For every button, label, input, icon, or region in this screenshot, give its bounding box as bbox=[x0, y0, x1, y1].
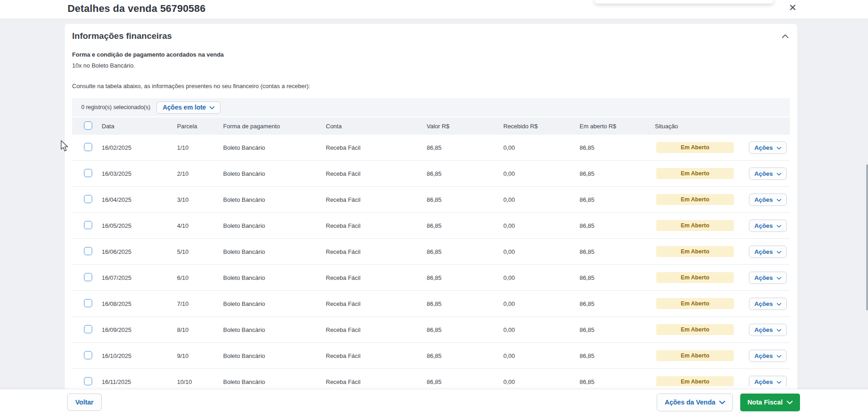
row-checkbox[interactable] bbox=[84, 273, 92, 281]
status-badge: Em Aberto bbox=[656, 194, 734, 205]
cell-open: 86,85 bbox=[574, 326, 649, 333]
row-actions-button[interactable]: Ações bbox=[749, 350, 787, 362]
cell-installment: 10/10 bbox=[171, 378, 217, 385]
row-checkbox[interactable] bbox=[84, 169, 92, 177]
chevron-down-icon bbox=[787, 399, 793, 406]
chevron-down-icon bbox=[777, 144, 781, 151]
row-actions-button[interactable]: Ações bbox=[749, 142, 787, 154]
row-checkbox[interactable] bbox=[84, 377, 92, 385]
sale-actions-label: Ações da Venda bbox=[664, 399, 715, 406]
cell-received: 0,00 bbox=[497, 274, 574, 281]
back-button-label: Voltar bbox=[75, 399, 94, 406]
chevron-down-icon bbox=[777, 352, 781, 359]
financial-info-card: Informações financeiras Forma e condição… bbox=[65, 24, 797, 415]
table-row: 16/05/2025 4/10 Boleto Bancário Receba F… bbox=[72, 213, 790, 239]
cell-date: 16/03/2025 bbox=[96, 170, 171, 177]
sale-actions-button[interactable]: Ações da Venda bbox=[657, 394, 732, 411]
table-toolbar: 0 registro(s) selecionado(s) Ações em lo… bbox=[72, 98, 790, 116]
row-actions-button[interactable]: Ações bbox=[749, 246, 787, 258]
cell-date: 16/04/2025 bbox=[96, 196, 171, 203]
cell-account: Receba Fácil bbox=[320, 222, 421, 229]
cell-date: 16/07/2025 bbox=[96, 274, 171, 281]
table-header-row: Data Parcela Forma de pagamento Conta Va… bbox=[72, 117, 790, 135]
cutoff-popup bbox=[595, 0, 774, 4]
cell-installment: 4/10 bbox=[171, 222, 217, 229]
footer-actions: Ações da Venda Nota Fiscal bbox=[657, 394, 800, 411]
cell-payment-method: Boleto Bancário bbox=[217, 300, 320, 307]
column-header-recebido: Recebido R$ bbox=[497, 123, 574, 130]
chevron-up-icon[interactable] bbox=[780, 31, 790, 41]
table-row: 16/06/2025 5/10 Boleto Bancário Receba F… bbox=[72, 239, 790, 265]
cell-installment: 8/10 bbox=[171, 326, 217, 333]
status-badge: Em Aberto bbox=[656, 272, 734, 283]
row-checkbox[interactable] bbox=[84, 325, 92, 333]
cell-received: 0,00 bbox=[497, 248, 574, 255]
row-checkbox[interactable] bbox=[84, 221, 92, 229]
chevron-down-icon bbox=[777, 222, 781, 229]
chevron-down-icon bbox=[777, 274, 781, 281]
row-checkbox[interactable] bbox=[84, 299, 92, 307]
row-actions-button[interactable]: Ações bbox=[749, 298, 787, 310]
cell-payment-method: Boleto Bancário bbox=[217, 144, 320, 151]
batch-actions-button[interactable]: Ações em lote bbox=[157, 101, 220, 114]
table-row: 16/07/2025 6/10 Boleto Bancário Receba F… bbox=[72, 265, 790, 291]
cell-date: 16/10/2025 bbox=[96, 352, 171, 359]
cell-installment: 9/10 bbox=[171, 352, 217, 359]
column-header-conta: Conta bbox=[320, 123, 421, 130]
table-row: 16/10/2025 9/10 Boleto Bancário Receba F… bbox=[72, 343, 790, 369]
row-checkbox[interactable] bbox=[84, 351, 92, 359]
chevron-down-icon bbox=[209, 104, 214, 111]
cell-account: Receba Fácil bbox=[320, 170, 421, 177]
row-actions-label: Ações bbox=[754, 326, 773, 333]
row-actions-button[interactable]: Ações bbox=[749, 272, 787, 284]
vertical-scrollbar[interactable] bbox=[866, 164, 868, 310]
column-header-valor: Valor R$ bbox=[421, 123, 497, 130]
status-badge: Em Aberto bbox=[656, 324, 734, 335]
back-button[interactable]: Voltar bbox=[67, 394, 102, 411]
cell-value: 86,85 bbox=[421, 222, 497, 229]
row-actions-label: Ações bbox=[754, 378, 773, 385]
cell-account: Receba Fácil bbox=[320, 300, 421, 307]
row-checkbox[interactable] bbox=[84, 143, 92, 151]
row-actions-button[interactable]: Ações bbox=[749, 168, 787, 180]
modal-footer: Voltar Ações da Venda Nota Fiscal bbox=[0, 389, 868, 415]
table-row: 16/08/2025 7/10 Boleto Bancário Receba F… bbox=[72, 291, 790, 317]
cell-installment: 1/10 bbox=[171, 144, 217, 151]
status-badge: Em Aberto bbox=[656, 220, 734, 231]
cell-installment: 3/10 bbox=[171, 196, 217, 203]
row-checkbox[interactable] bbox=[84, 195, 92, 203]
cell-open: 86,85 bbox=[574, 352, 649, 359]
cell-value: 86,85 bbox=[421, 378, 497, 385]
cell-payment-method: Boleto Bancário bbox=[217, 378, 320, 385]
row-actions-label: Ações bbox=[754, 274, 773, 281]
close-icon[interactable]: ✕ bbox=[786, 1, 800, 15]
table-hint-text: Consulte na tabela abaixo, as informaçõe… bbox=[72, 83, 790, 89]
cell-account: Receba Fácil bbox=[320, 274, 421, 281]
row-actions-label: Ações bbox=[754, 170, 773, 177]
cell-received: 0,00 bbox=[497, 144, 574, 151]
cell-account: Receba Fácil bbox=[320, 378, 421, 385]
cell-account: Receba Fácil bbox=[320, 196, 421, 203]
cell-open: 86,85 bbox=[574, 274, 649, 281]
row-checkbox[interactable] bbox=[84, 247, 92, 255]
select-all-checkbox[interactable] bbox=[84, 121, 92, 130]
cell-installment: 7/10 bbox=[171, 300, 217, 307]
cell-date: 16/02/2025 bbox=[96, 144, 171, 151]
cell-received: 0,00 bbox=[497, 170, 574, 177]
invoice-button[interactable]: Nota Fiscal bbox=[740, 394, 800, 411]
row-actions-button[interactable]: Ações bbox=[749, 324, 787, 336]
cell-value: 86,85 bbox=[421, 274, 497, 281]
table-row: 16/04/2025 3/10 Boleto Bancário Receba F… bbox=[72, 187, 790, 213]
cell-value: 86,85 bbox=[421, 144, 497, 151]
cell-received: 0,00 bbox=[497, 378, 574, 385]
row-actions-button[interactable]: Ações bbox=[749, 194, 787, 206]
row-actions-button[interactable]: Ações bbox=[749, 220, 787, 232]
row-actions-button[interactable]: Ações bbox=[749, 376, 787, 387]
status-badge: Em Aberto bbox=[656, 168, 734, 179]
cell-value: 86,85 bbox=[421, 300, 497, 307]
payment-terms-label: Forma e condição de pagamento acordados … bbox=[72, 51, 790, 58]
column-header-parcela: Parcela bbox=[171, 123, 217, 130]
chevron-down-icon bbox=[777, 248, 781, 255]
row-actions-label: Ações bbox=[754, 196, 773, 203]
cell-value: 86,85 bbox=[421, 352, 497, 359]
